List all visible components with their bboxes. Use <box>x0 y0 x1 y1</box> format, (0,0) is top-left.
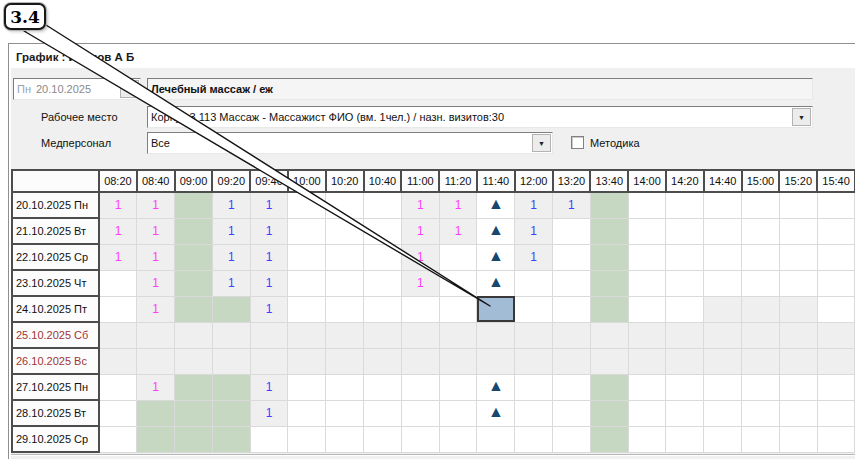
schedule-cell[interactable] <box>779 348 817 374</box>
schedule-cell[interactable]: 1 <box>212 244 250 270</box>
schedule-cell[interactable] <box>288 426 326 452</box>
schedule-cell[interactable] <box>326 426 364 452</box>
schedule-cell[interactable] <box>99 426 137 452</box>
schedule-cell[interactable] <box>704 426 742 452</box>
schedule-cell[interactable]: 1 <box>212 218 250 244</box>
schedule-cell[interactable] <box>817 244 855 270</box>
methodika-checkbox[interactable] <box>571 136 584 149</box>
schedule-cell[interactable]: 1 <box>439 192 477 218</box>
schedule-cell[interactable] <box>137 322 175 348</box>
schedule-cell[interactable] <box>364 296 402 322</box>
schedule-cell[interactable] <box>742 296 780 322</box>
schedule-cell[interactable]: 1 <box>137 270 175 296</box>
schedule-cell[interactable]: 1 <box>250 270 288 296</box>
schedule-cell[interactable] <box>590 322 628 348</box>
schedule-cell[interactable] <box>779 322 817 348</box>
schedule-cell[interactable] <box>99 296 137 322</box>
schedule-cell[interactable] <box>553 348 591 374</box>
schedule-cell[interactable] <box>779 192 817 218</box>
schedule-cell[interactable] <box>401 296 439 322</box>
schedule-cell[interactable] <box>515 348 553 374</box>
schedule-cell[interactable] <box>817 270 855 296</box>
schedule-cell[interactable] <box>326 348 364 374</box>
schedule-cell[interactable] <box>590 426 628 452</box>
schedule-cell[interactable] <box>99 400 137 426</box>
schedule-cell[interactable]: 1 <box>401 192 439 218</box>
schedule-cell[interactable] <box>779 270 817 296</box>
schedule-cell[interactable] <box>175 296 213 322</box>
schedule-cell[interactable] <box>439 244 477 270</box>
schedule-cell[interactable] <box>212 296 250 322</box>
schedule-cell[interactable]: 1 <box>401 244 439 270</box>
schedule-cell[interactable] <box>439 322 477 348</box>
schedule-cell[interactable] <box>288 400 326 426</box>
date-picker[interactable]: Пн 20.10.2025 ▼ <box>13 78 141 100</box>
schedule-cell[interactable] <box>628 400 666 426</box>
schedule-cell[interactable] <box>175 322 213 348</box>
schedule-cell[interactable]: 1 <box>137 244 175 270</box>
schedule-cell[interactable] <box>212 426 250 452</box>
schedule-cell[interactable] <box>628 192 666 218</box>
schedule-cell[interactable] <box>817 192 855 218</box>
schedule-cell[interactable] <box>250 426 288 452</box>
schedule-cell[interactable] <box>288 218 326 244</box>
schedule-cell[interactable]: 1 <box>212 192 250 218</box>
schedule-cell[interactable] <box>364 426 402 452</box>
schedule-cell[interactable] <box>742 270 780 296</box>
schedule-cell[interactable] <box>590 374 628 400</box>
schedule-cell[interactable]: 1 <box>137 218 175 244</box>
schedule-cell[interactable]: 1 <box>137 374 175 400</box>
schedule-cell[interactable] <box>742 192 780 218</box>
schedule-cell[interactable] <box>553 374 591 400</box>
schedule-cell[interactable] <box>553 400 591 426</box>
schedule-cell[interactable]: 1 <box>553 192 591 218</box>
schedule-cell[interactable] <box>401 374 439 400</box>
schedule-cell[interactable] <box>175 218 213 244</box>
schedule-cell[interactable] <box>628 244 666 270</box>
schedule-cell[interactable] <box>364 192 402 218</box>
schedule-cell[interactable] <box>779 426 817 452</box>
schedule-cell[interactable] <box>288 192 326 218</box>
schedule-cell[interactable] <box>779 374 817 400</box>
schedule-cell[interactable] <box>439 426 477 452</box>
schedule-cell[interactable] <box>817 374 855 400</box>
schedule-cell[interactable] <box>364 400 402 426</box>
schedule-cell[interactable] <box>175 374 213 400</box>
schedule-cell[interactable] <box>704 374 742 400</box>
schedule-cell[interactable] <box>666 400 704 426</box>
schedule-cell[interactable] <box>99 374 137 400</box>
staff-dropdown-arrow-icon[interactable]: ▼ <box>532 134 551 152</box>
schedule-cell[interactable] <box>401 426 439 452</box>
schedule-cell[interactable]: 1 <box>401 270 439 296</box>
workplace-select[interactable]: Корпус 3 113 Массаж - Массажист ФИО (вм.… <box>147 106 813 128</box>
schedule-cell[interactable] <box>742 426 780 452</box>
schedule-cell[interactable] <box>553 322 591 348</box>
schedule-cell[interactable] <box>742 322 780 348</box>
schedule-cell[interactable] <box>364 270 402 296</box>
schedule-cell[interactable] <box>590 296 628 322</box>
schedule-cell[interactable] <box>364 374 402 400</box>
schedule-cell[interactable]: 1 <box>250 192 288 218</box>
schedule-cell[interactable]: 1 <box>401 218 439 244</box>
schedule-cell[interactable]: 1 <box>250 400 288 426</box>
schedule-cell[interactable] <box>326 244 364 270</box>
schedule-cell[interactable]: 1 <box>212 270 250 296</box>
schedule-cell[interactable] <box>553 244 591 270</box>
schedule-cell[interactable] <box>137 348 175 374</box>
schedule-cell[interactable] <box>628 348 666 374</box>
schedule-cell[interactable] <box>212 400 250 426</box>
schedule-cell[interactable]: 1 <box>99 192 137 218</box>
service-field[interactable]: Лечебный массаж / еж <box>147 78 813 100</box>
schedule-cell[interactable] <box>477 348 515 374</box>
schedule-cell[interactable] <box>250 322 288 348</box>
schedule-cell[interactable]: 1 <box>137 192 175 218</box>
schedule-cell[interactable] <box>779 400 817 426</box>
schedule-cell[interactable] <box>326 296 364 322</box>
schedule-cell[interactable] <box>175 348 213 374</box>
schedule-cell[interactable] <box>704 218 742 244</box>
schedule-cell[interactable]: 1 <box>515 192 553 218</box>
schedule-cell[interactable] <box>288 348 326 374</box>
schedule-cell[interactable] <box>175 426 213 452</box>
schedule-cell[interactable] <box>175 400 213 426</box>
schedule-cell[interactable] <box>515 400 553 426</box>
